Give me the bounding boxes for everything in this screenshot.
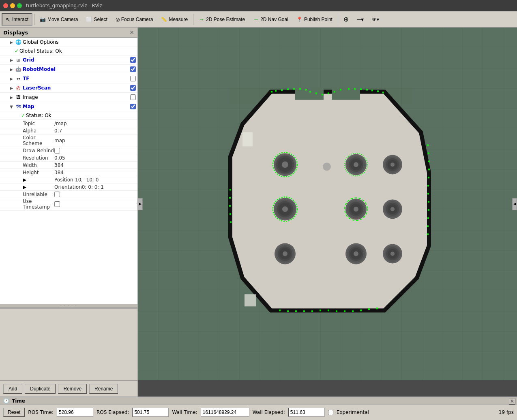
pose-estimate-button[interactable]: 2D Pose Estimate (195, 13, 249, 26)
canvas-area[interactable]: ◀ ▶ (138, 28, 517, 380)
focus-camera-button[interactable]: Focus Camera (112, 13, 157, 26)
prop-row-position[interactable]: ▶ Position -10; -10; 0 (0, 176, 137, 183)
robotmodel-checkbox[interactable] (130, 66, 136, 72)
expander-laserscan[interactable]: ▶ (8, 85, 15, 91)
reset-button[interactable]: Reset (3, 408, 25, 417)
prop-row-width[interactable]: Width 384 (0, 162, 137, 169)
close-window-btn[interactable] (3, 3, 8, 8)
right-panel-handle[interactable]: ◀ (512, 198, 517, 210)
map-checkbox[interactable] (130, 104, 136, 109)
svg-rect-38 (230, 213, 231, 215)
rename-button[interactable]: Rename (89, 384, 118, 394)
image-checkbox[interactable] (130, 94, 136, 100)
laserscan-checkbox[interactable] (130, 85, 136, 91)
left-panel-handle[interactable]: ▶ (138, 198, 143, 210)
wall-time-label: Wall Time: (172, 409, 197, 415)
svg-rect-16 (348, 88, 350, 90)
svg-rect-45 (320, 309, 321, 311)
svg-rect-5 (281, 89, 283, 91)
ros-elapsed-input[interactable] (132, 408, 169, 417)
expander-robotmodel[interactable]: ▶ (8, 66, 15, 72)
publish-point-button[interactable]: Publish Point (293, 13, 336, 26)
prop-row-alpha[interactable]: Alpha 0.7 (0, 127, 137, 134)
draw-behind-checkbox[interactable] (54, 148, 60, 154)
map-visualization (222, 83, 433, 335)
tree-row-tf[interactable]: ▶ ↔ TF (0, 74, 137, 83)
prop-row-topic[interactable]: Topic /map (0, 120, 137, 127)
svg-rect-39 (230, 221, 232, 223)
expander-map[interactable]: ▼ (8, 103, 15, 110)
interact-button[interactable]: Interact (2, 13, 32, 26)
tree-area[interactable]: ▶ 🌐 Global Options ✓ Global Status: Ok ▶… (0, 38, 137, 304)
add-button[interactable]: Add (3, 384, 22, 394)
minimize-window-btn[interactable] (10, 3, 15, 8)
map-status-label: Status: Ok (26, 113, 136, 118)
global-options-label: Global Options (23, 39, 136, 45)
select-button[interactable]: Select (82, 13, 111, 26)
tree-row-laserscan[interactable]: ▶ ◎ LaserScan (0, 83, 137, 93)
svg-rect-10 (309, 91, 311, 92)
prop-row-resolution[interactable]: Resolution 0.05 (0, 154, 137, 162)
panel-resize-handle[interactable]: · · · · · (0, 304, 137, 307)
svg-point-59 (282, 161, 288, 168)
tree-row-global-options[interactable]: ▶ 🌐 Global Options (0, 38, 137, 47)
expander-grid[interactable]: ▶ (8, 57, 15, 63)
tf-icon: ↔ (15, 75, 22, 82)
move-camera-button[interactable]: Move Camera (36, 13, 82, 26)
time-close-btn[interactable]: ✕ (509, 398, 515, 405)
global-status-label: Global Status: Ok (19, 48, 136, 54)
prop-row-unreliable[interactable]: Unreliable (0, 191, 137, 198)
prop-row-height[interactable]: Height 384 (0, 169, 137, 176)
svg-rect-23 (427, 144, 429, 146)
width-value: 384 (54, 162, 136, 168)
measure-button[interactable]: Measure (157, 13, 191, 26)
remove-button[interactable]: Remove (58, 384, 87, 394)
tree-row-grid[interactable]: ▶ ⊞ Grid (0, 55, 137, 65)
duplicate-button[interactable]: Duplicate (25, 384, 56, 394)
tree-row-robotmodel[interactable]: ▶ 🤖 RobotModel (0, 65, 137, 74)
svg-rect-8 (299, 88, 301, 90)
svg-rect-18 (360, 88, 362, 90)
map-icon: 🗺 (15, 103, 22, 110)
move-camera-label: Move Camera (47, 17, 78, 22)
publish-point-label: Publish Point (304, 17, 333, 22)
maximize-window-btn[interactable] (17, 3, 22, 8)
svg-point-104 (390, 252, 395, 256)
crosshair-button[interactable]: ⊕ (340, 13, 352, 26)
tf-checkbox[interactable] (130, 76, 136, 81)
tree-row-image[interactable]: ▶ 🖼 Image (0, 93, 137, 102)
experimental-checkbox[interactable] (328, 410, 333, 415)
window-controls[interactable] (3, 3, 22, 8)
prop-row-use-timestamp[interactable]: Use Timestamp (0, 198, 137, 211)
tree-row-global-status[interactable]: ✓ Global Status: Ok (0, 47, 137, 55)
expander-global-options[interactable]: ▶ (8, 39, 15, 45)
svg-rect-49 (352, 310, 354, 312)
wall-time-input[interactable] (201, 408, 249, 417)
bottom-buttons-row: Add Duplicate Remove Rename (0, 380, 138, 397)
prop-row-draw-behind[interactable]: Draw Behind (0, 147, 137, 154)
wall-elapsed-input[interactable] (288, 408, 325, 417)
displays-close-btn[interactable]: ✕ (129, 29, 134, 36)
use-timestamp-checkbox[interactable] (54, 201, 60, 207)
prop-row-orientation[interactable]: ▶ Orientation 0; 0; 0; 1 (0, 183, 137, 191)
ros-time-input[interactable] (57, 408, 93, 417)
eye-button[interactable]: 👁▾ (368, 13, 383, 26)
svg-rect-46 (328, 309, 329, 311)
nav-goal-button[interactable]: 2D Nav Goal (249, 13, 292, 26)
position-expander[interactable]: ▶ (2, 177, 54, 183)
tree-row-map[interactable]: ▼ 🗺 Map (0, 102, 137, 111)
focus-camera-label: Focus Camera (121, 17, 153, 22)
tf-label: TF (23, 76, 130, 81)
unreliable-checkbox[interactable] (54, 192, 60, 197)
orientation-expander[interactable]: ▶ (2, 184, 54, 190)
pose-icon (199, 16, 204, 23)
svg-rect-48 (344, 310, 345, 312)
tree-row-map-status[interactable]: ✓ Status: Ok (0, 111, 137, 120)
expander-image[interactable]: ▶ (8, 94, 15, 100)
grid-checkbox[interactable] (130, 57, 136, 63)
svg-rect-37 (229, 205, 231, 207)
minus-button[interactable]: ─▾ (353, 13, 367, 26)
prop-row-color-scheme[interactable]: Color Scheme map (0, 134, 137, 147)
expander-tf[interactable]: ▶ (8, 75, 15, 82)
svg-rect-27 (428, 177, 429, 178)
